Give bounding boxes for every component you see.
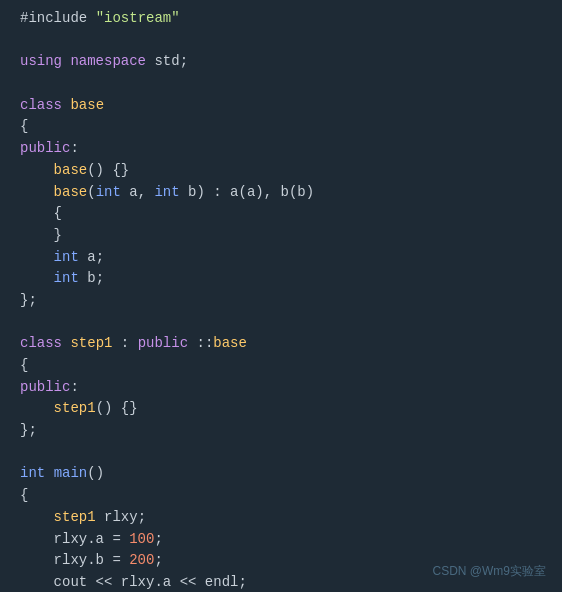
code-line-16: class step1 : public ::base — [20, 333, 562, 355]
code-line-15 — [20, 312, 562, 334]
code-line-6: { — [20, 116, 562, 138]
code-line-18: public: — [20, 377, 562, 399]
code-line-19: step1() {} — [20, 398, 562, 420]
code-line-10: { — [20, 203, 562, 225]
code-line-20: }; — [20, 420, 562, 442]
code-editor: #include "iostream" using namespace std;… — [0, 0, 562, 592]
code-line-2 — [20, 30, 562, 52]
code-line-25: rlxy.a = 100; — [20, 529, 562, 551]
code-line-22: int main() — [20, 463, 562, 485]
code-line-11: } — [20, 225, 562, 247]
code-line-7: public: — [20, 138, 562, 160]
code-line-13: int b; — [20, 268, 562, 290]
code-line-23: { — [20, 485, 562, 507]
watermark: CSDN @Wm9实验室 — [432, 563, 546, 580]
code-line-14: }; — [20, 290, 562, 312]
code-line-3: using namespace std; — [20, 51, 562, 73]
code-line-5: class base — [20, 95, 562, 117]
code-line-9: base(int a, int b) : a(a), b(b) — [20, 182, 562, 204]
code-line-17: { — [20, 355, 562, 377]
code-line-8: base() {} — [20, 160, 562, 182]
code-line-1: #include "iostream" — [20, 8, 562, 30]
code-line-21 — [20, 442, 562, 464]
code-line-24: step1 rlxy; — [20, 507, 562, 529]
code-content: #include "iostream" using namespace std;… — [20, 8, 562, 592]
code-line-12: int a; — [20, 247, 562, 269]
code-line-4 — [20, 73, 562, 95]
